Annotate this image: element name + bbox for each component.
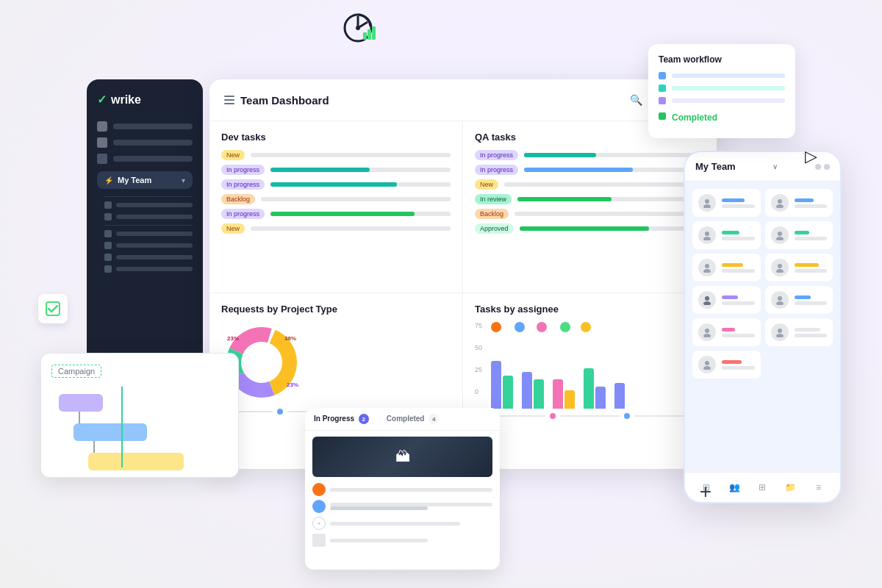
- svg-point-21: [703, 366, 711, 370]
- sub-bar: [116, 267, 193, 271]
- status-badge: New: [475, 179, 498, 190]
- menu-icon[interactable]: [224, 96, 234, 104]
- workflow-bar: [672, 74, 785, 78]
- logo[interactable]: ✓ wrike: [97, 93, 193, 107]
- dev-tasks-title: Dev tasks: [221, 132, 451, 143]
- mobile-row: [765, 286, 833, 314]
- svg-point-13: [703, 237, 711, 240]
- mobile-row-bars: [795, 295, 828, 305]
- status-badge: In review: [475, 194, 512, 204]
- workflow-dot-purple: [659, 97, 666, 104]
- sidebar-item-home[interactable]: [97, 121, 193, 132]
- svg-point-25: [776, 237, 784, 240]
- play-button[interactable]: ▷: [805, 147, 817, 166]
- chart-dots-row-bottom: [475, 413, 705, 419]
- svg-point-14: [705, 264, 709, 268]
- mobile-avatar: [698, 226, 716, 244]
- qa-tasks-section: QA tasks In progress In progress New In …: [463, 121, 717, 293]
- workflow-item: [659, 85, 785, 92]
- tab-inprogress[interactable]: In Progress 2: [305, 408, 378, 430]
- logo-check: ✓: [97, 93, 107, 107]
- dot: [277, 409, 283, 415]
- sidebar-sub-item[interactable]: [104, 254, 193, 261]
- task-bar: [330, 539, 428, 542]
- sidebar-item-bar: [113, 140, 193, 146]
- task-row: In progress: [221, 209, 451, 219]
- mobile-avatar: [698, 194, 716, 212]
- svg-point-19: [703, 334, 711, 337]
- sidebar-item-bar: [113, 156, 193, 162]
- sidebar: ✓ wrike ⚡ My Team ▾: [87, 79, 203, 395]
- dashboard-header: Team Dashboard 🔍 + U: [209, 79, 717, 121]
- sidebar-subitems: [97, 196, 193, 273]
- dashboard-title-text: Team Dashboard: [240, 94, 329, 107]
- task-avatar: [312, 500, 326, 513]
- mobile-row: [765, 189, 833, 217]
- svg-point-29: [776, 301, 784, 305]
- footer-icon-folder[interactable]: 📁: [784, 480, 798, 495]
- sidebar-sub-item[interactable]: [104, 201, 193, 209]
- svg-point-17: [703, 301, 711, 305]
- status-badge-new: New: [221, 150, 245, 160]
- task-image: 🏔: [312, 437, 492, 477]
- team-workflow-popup: Team workflow Completed: [648, 44, 795, 138]
- my-team-button[interactable]: ⚡ My Team ▾: [97, 171, 193, 189]
- search-button[interactable]: 🔍: [625, 90, 646, 110]
- mobile-team-row: [692, 189, 833, 383]
- sidebar-sub-item[interactable]: [104, 213, 193, 220]
- tab-completed[interactable]: Completed 4: [378, 408, 448, 430]
- svg-point-30: [778, 329, 782, 333]
- status-badge-inprogress: In progress: [221, 209, 265, 219]
- assignee-avatar: [491, 322, 501, 332]
- mobile-row: [765, 221, 833, 249]
- workflow-bar: [672, 86, 785, 90]
- sidebar-item-bar: [113, 123, 193, 129]
- footer-icon-grid[interactable]: ⊞: [755, 480, 770, 495]
- task-bar: [330, 522, 460, 526]
- dropdown-arrow-icon: ▾: [182, 176, 185, 184]
- sub-icon: [104, 213, 112, 220]
- status-badge: In progress: [475, 150, 518, 160]
- tasks-panel: In Progress 2 Completed 4 🏔 +: [305, 408, 500, 570]
- mobile-title: My Team: [695, 161, 736, 172]
- task-row: In progress: [475, 150, 705, 160]
- status-badge-inprogress: In progress: [221, 179, 265, 190]
- dot-line: [560, 415, 620, 417]
- sub-icon: [104, 201, 112, 209]
- task-bar: [330, 488, 492, 492]
- mobile-avatar: [771, 323, 789, 341]
- sidebar-sub-item[interactable]: [104, 265, 193, 273]
- svg-point-31: [776, 334, 784, 337]
- y-label: 50: [475, 344, 482, 351]
- svg-point-28: [778, 296, 782, 301]
- task-item-row: +: [312, 517, 492, 530]
- sidebar-item-inbox[interactable]: [97, 137, 193, 148]
- lightning-icon: ⚡: [104, 176, 113, 184]
- svg-point-22: [778, 199, 782, 204]
- status-badge-inprogress: In progress: [221, 165, 265, 175]
- mobile-row: [692, 221, 761, 249]
- svg-point-10: [705, 199, 709, 204]
- mobile-row-bars: [722, 295, 755, 305]
- mobile-avatar: [698, 259, 716, 276]
- tab-inprogress-label: In Progress: [314, 415, 354, 423]
- footer-icon-team[interactable]: 👥: [727, 480, 742, 495]
- task-avatar: [312, 483, 326, 496]
- task-row: In review: [475, 194, 705, 204]
- dot: [624, 413, 630, 419]
- task-row: In progress: [475, 165, 705, 175]
- sidebar-sub-item[interactable]: [104, 242, 193, 249]
- svg-point-9: [243, 343, 281, 381]
- task-row: New: [221, 150, 451, 160]
- task-row: Backlog: [475, 209, 705, 219]
- sub-bar: [116, 203, 193, 207]
- sidebar-sub-item[interactable]: [104, 230, 193, 237]
- workflow-item: [659, 97, 785, 104]
- footer-icon-menu[interactable]: ≡: [811, 480, 826, 495]
- sub-bar: [116, 232, 193, 236]
- svg-point-27: [776, 269, 784, 273]
- y-label: 25: [475, 366, 482, 373]
- mobile-avatar: [698, 323, 716, 341]
- sidebar-item-projects[interactable]: [97, 154, 193, 164]
- mobile-row-bars: [722, 360, 755, 370]
